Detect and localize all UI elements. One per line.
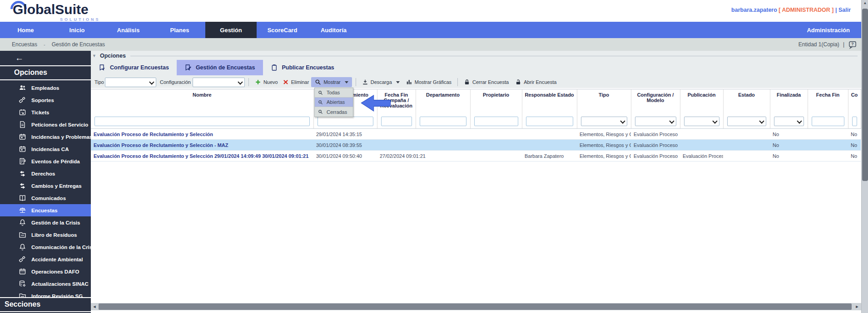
toolbar-separator (248, 78, 249, 86)
options-collapse-header[interactable]: ▼ Opciones (91, 52, 861, 59)
table-cell: No (770, 129, 808, 140)
filter-select-finalizada[interactable] (774, 117, 804, 126)
nav-item-gestion[interactable]: Gestión (205, 22, 257, 38)
configuracion-select[interactable] (193, 78, 245, 87)
column-header-fecha-fin[interactable]: Fecha Fin (808, 89, 848, 115)
column-header-estado[interactable]: Estado (723, 89, 770, 115)
sidebar-item-operaciones-dafo[interactable]: Operaciones DAFO (0, 265, 91, 278)
tab-configurar-encuestas[interactable]: Configurar Encuestas (91, 60, 177, 75)
filter-input-responsable-estado[interactable] (526, 117, 573, 126)
filter-input-propietario[interactable] (474, 117, 518, 126)
sidebar-item-eventos-de-perdida[interactable]: Eventos de Pérdida (0, 155, 91, 167)
people-icon (19, 84, 26, 92)
logout-link[interactable]: Salir (838, 7, 851, 13)
column-header-co[interactable]: Co (848, 89, 861, 115)
abrir-encuesta-button[interactable]: Abrir Encuesta (513, 77, 559, 87)
logo[interactable]: GlobalSuite SOLUTIONS (13, 2, 89, 17)
table-row[interactable]: Evaluación Proceso de Reclutamiento y Se… (91, 129, 861, 140)
filter-input-fecha-fin-campana-reevaluacion[interactable] (381, 117, 412, 126)
breadcrumb-separator: - (44, 42, 45, 47)
cerrar-encuesta-button[interactable]: Cerrar Encuesta (461, 77, 511, 87)
table-cell (723, 129, 770, 140)
bell-icon (19, 243, 26, 251)
filter-select-configuracion-modelo[interactable] (635, 117, 676, 126)
column-header-publicacion[interactable]: Publicación (680, 89, 723, 115)
sidebar-item-comunicados[interactable]: Comunicados (0, 192, 91, 204)
filter-select-tipo[interactable] (581, 117, 627, 126)
table-row[interactable]: Evaluación Proceso de Reclutamiento y Se… (91, 151, 861, 161)
filter-select-estado[interactable] (727, 117, 766, 126)
sidebar-item-actualizaciones-sinac[interactable]: Actualizaciones SINAC (0, 278, 91, 290)
scroll-right-button[interactable]: ► (853, 303, 861, 310)
nav-item-home[interactable]: Home (0, 22, 51, 38)
column-header-propietario[interactable]: Propietario (470, 89, 522, 115)
nav-item-administracion[interactable]: Administración (807, 22, 850, 38)
filter-input-nombre[interactable] (94, 117, 310, 126)
filter-input-fecha-lanzamiento[interactable] (317, 117, 373, 126)
sidebar-item-libro-de-residuos[interactable]: Libro de Residuos (0, 229, 91, 241)
tipo-select[interactable] (105, 78, 156, 87)
nav-item-planes[interactable]: Planes (154, 22, 205, 38)
nav-item-scorecard[interactable]: ScoreCard (257, 22, 308, 38)
dropdown-item-abiertas[interactable]: Abiertas (315, 98, 353, 107)
sidebar-item-incidencias-ca[interactable]: Incidencias CA (0, 143, 91, 155)
top-header: GlobalSuite SOLUTIONS barbara.zapatero [… (0, 0, 868, 22)
sidebar-item-comunicacion-de-la-crisis[interactable]: Comunicación de la Crisis (0, 241, 91, 253)
table-cell (723, 151, 770, 161)
vertical-scrollbar[interactable]: ▲ (861, 0, 868, 313)
bell-icon (19, 219, 26, 226)
sidebar-item-incidencias-y-problemas[interactable]: Incidencias y Problemas (0, 131, 91, 143)
table-cell (377, 129, 416, 140)
dropdown-item-cerradas[interactable]: Cerradas (315, 107, 353, 117)
sidebar-item-empleados[interactable]: Empleados (0, 82, 91, 94)
sidebar-item-gestion-de-la-crisis[interactable]: Gestión de la Crisis (0, 216, 91, 229)
sidebar-item-derechos[interactable]: Derechos (0, 167, 91, 180)
mostrar-graficas-button[interactable]: Mostrar Gráficas (404, 77, 454, 87)
user-info: barbara.zapatero [ ADMINISTRADOR ] | Sal… (731, 7, 851, 13)
sidebar-item-encuestas[interactable]: Encuestas (0, 204, 91, 216)
filter-input-co[interactable] (852, 117, 857, 126)
sidebar-collapse-button[interactable]: ← (0, 51, 91, 65)
sidebar-item-cambios-y-entregas[interactable]: Cambios y Entregas (0, 180, 91, 192)
sidebar-item-peticiones-del-servicio[interactable]: Peticiones del Servicio (0, 118, 91, 131)
nav-item-analisis[interactable]: Análisis (103, 22, 154, 38)
sidebar-item-soportes[interactable]: Soportes (0, 94, 91, 106)
column-header-fecha-fin-campana-reevaluacion[interactable]: Fecha Fin Campaña / Reevaluación (377, 89, 416, 115)
column-header-tipo[interactable]: Tipo (577, 89, 631, 115)
column-header-nombre[interactable]: Nombre (91, 89, 313, 115)
table-cell (416, 129, 470, 140)
breadcrumb-encuestas[interactable]: Encuestas (12, 41, 37, 48)
survey-name-link[interactable]: Evaluación Proceso de Reclutamiento y Se… (91, 140, 313, 151)
table-row[interactable]: Evaluación Proceso de Reclutamiento y Se… (91, 140, 861, 151)
horizontal-scrollbar[interactable]: ◄ ► (91, 303, 861, 310)
eliminar-button[interactable]: Eliminar (280, 77, 312, 87)
column-header-departamento[interactable]: Departamento (416, 89, 470, 115)
help-bubble-icon[interactable]: ? (848, 40, 857, 49)
tab-publicar-encuestas[interactable]: Publicar Encuestas (263, 60, 342, 75)
survey-tabs: Configurar EncuestasGestión de Encuestas… (91, 60, 342, 75)
column-header-finalizada[interactable]: Finalizada (770, 89, 808, 115)
filter-input-departamento[interactable] (420, 117, 466, 126)
horizontal-scroll-thumb[interactable] (99, 303, 852, 310)
table-cell (522, 140, 577, 151)
sidebar-item-tickets[interactable]: Tickets (0, 106, 91, 118)
descarga-button[interactable]: Descarga (360, 77, 402, 87)
column-header-configuracion-modelo[interactable]: Configuración / Modelo (631, 89, 680, 115)
survey-name-link[interactable]: Evaluación Proceso de Reclutamiento y Se… (91, 129, 313, 140)
scroll-up-button[interactable]: ▲ (862, 1, 868, 7)
nav-item-inicio[interactable]: Inicio (51, 22, 103, 38)
username: barbara.zapatero (731, 7, 777, 13)
column-header-responsable-estado[interactable]: Responsable Estado (522, 89, 577, 115)
sidebar-item-accidente-ambiental[interactable]: Accidente Ambiental (0, 253, 91, 265)
tab-gestion-de-encuestas[interactable]: Gestión de Encuestas (177, 60, 263, 75)
survey-name-link[interactable]: Evaluación Proceso de Reclutamiento y Se… (91, 151, 313, 161)
nav-item-auditoria[interactable]: Auditoría (308, 22, 359, 38)
nuevo-button[interactable]: Nuevo (253, 77, 280, 87)
filter-select-publicacion[interactable] (684, 117, 719, 126)
filter-input-fecha-fin[interactable] (812, 117, 844, 126)
user-role: ADMINISTRADOR (782, 7, 830, 13)
vertical-scroll-thumb[interactable] (862, 9, 868, 181)
mostrar-button[interactable]: Mostrar (311, 77, 352, 87)
scroll-left-button[interactable]: ◄ (91, 303, 98, 310)
dropdown-item-todas[interactable]: Todas (315, 88, 353, 98)
